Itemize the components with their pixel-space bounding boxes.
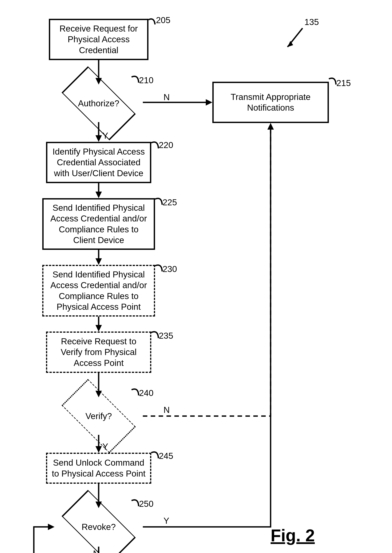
text-240: Verify? — [85, 411, 112, 421]
process-box-230-optional: Send Identified Physical Access Credenti… — [42, 265, 155, 317]
decision-250: Revoke? — [65, 493, 133, 553]
text-205: Receive Request for Physical Access Cred… — [54, 23, 143, 56]
process-box-215: Transmit Appropriate Notifications — [212, 82, 329, 123]
process-box-205: Receive Request for Physical Access Cred… — [49, 19, 148, 60]
decision-240-optional: Verify? — [65, 382, 133, 450]
label-240-y: Y — [102, 442, 108, 452]
svg-marker-4 — [206, 99, 212, 106]
text-250: Revoke? — [82, 522, 116, 532]
svg-marker-12 — [95, 325, 102, 332]
process-box-220: Identify Physical Access Credential Asso… — [46, 142, 151, 183]
svg-marker-0 — [287, 41, 293, 47]
label-210-y: Y — [102, 131, 108, 141]
text-235: Receive Request to Verify from Physical … — [51, 336, 146, 368]
text-230: Send Identified Physical Access Credenti… — [47, 269, 150, 312]
label-250-y: Y — [163, 516, 169, 526]
ref-220: 220 — [159, 140, 173, 150]
figure-label: Fig. 2 — [271, 526, 315, 545]
ref-250: 250 — [139, 499, 154, 509]
ref-235: 235 — [159, 331, 173, 341]
ref-210: 210 — [139, 75, 154, 85]
figure-ref-135: 135 — [304, 17, 319, 27]
ref-240: 240 — [139, 388, 154, 398]
text-225: Send Identified Physical Access Credenti… — [47, 202, 150, 246]
ref-215: 215 — [336, 78, 351, 88]
label-240-n: N — [163, 405, 170, 415]
process-box-235-optional: Receive Request to Verify from Physical … — [46, 332, 151, 373]
flowchart-canvas: Receive Request for Physical Access Cred… — [0, 0, 392, 553]
ref-205: 205 — [156, 15, 170, 25]
text-210: Authorize? — [78, 98, 119, 108]
ref-245: 245 — [159, 451, 173, 461]
svg-marker-20 — [267, 123, 274, 130]
process-box-245-optional: Send Unlock Command to Physical Access P… — [46, 453, 151, 484]
text-220: Identify Physical Access Credential Asso… — [51, 146, 146, 179]
svg-marker-21 — [48, 524, 55, 530]
label-210-n: N — [163, 92, 170, 102]
ref-230: 230 — [162, 264, 177, 274]
ref-225: 225 — [162, 197, 177, 207]
decision-210: Authorize? — [65, 69, 133, 137]
text-215: Transmit Appropriate Notifications — [217, 92, 324, 113]
svg-marker-17 — [267, 123, 274, 130]
svg-marker-8 — [95, 192, 102, 198]
label-250-n: N — [93, 548, 99, 553]
text-245: Send Unlock Command to Physical Access P… — [51, 457, 146, 479]
svg-marker-10 — [95, 258, 102, 265]
process-box-225: Send Identified Physical Access Credenti… — [42, 198, 155, 250]
